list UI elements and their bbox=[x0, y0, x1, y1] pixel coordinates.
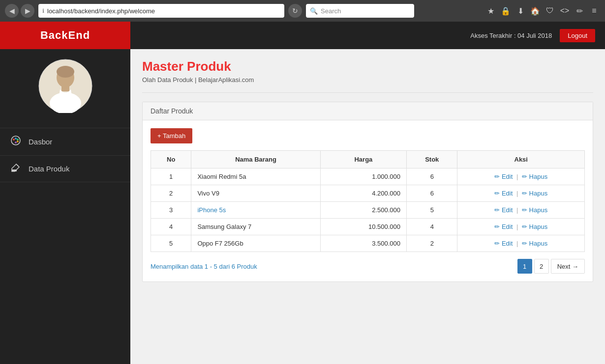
cell-harga: 3.500.000 bbox=[320, 235, 406, 252]
page-button-2[interactable]: 2 bbox=[534, 259, 549, 274]
cell-aksi: ✏ Edit | ✏ Hapus bbox=[457, 202, 585, 219]
cell-aksi: ✏ Edit | ✏ Hapus bbox=[457, 219, 585, 235]
cell-aksi: ✏ Edit | ✏ Hapus bbox=[457, 235, 585, 252]
hapus-button[interactable]: Hapus bbox=[529, 206, 548, 214]
logout-button[interactable]: Logout bbox=[560, 29, 595, 42]
bookmark-icon[interactable]: ★ bbox=[485, 5, 497, 17]
download-icon[interactable]: ⬇ bbox=[514, 5, 526, 17]
card-body: + Tambah No Nama Barang Harga Stok Aksi bbox=[143, 120, 593, 281]
sidebar-item-data-produk[interactable]: Data Produk bbox=[0, 155, 130, 182]
menu-icon[interactable]: ≡ bbox=[588, 5, 600, 17]
dasbor-icon bbox=[10, 135, 22, 148]
header-right: Akses Terakhir : 04 Juli 2018 Logout bbox=[130, 29, 605, 42]
hapus-button[interactable]: Hapus bbox=[529, 223, 548, 230]
lock-icon[interactable]: 🔒 bbox=[500, 5, 512, 17]
address-text: localhost/backend/index.php/welcome bbox=[47, 7, 155, 15]
edit-pencil-icon: ✏ bbox=[494, 223, 502, 230]
browser-search-bar[interactable]: 🔍 Search bbox=[306, 4, 414, 18]
hapus-pencil-icon: ✏ bbox=[522, 240, 529, 247]
app-wrapper: BackEnd Akses Terakhir : 04 Juli 2018 Lo… bbox=[0, 22, 605, 364]
action-separator: | bbox=[514, 206, 520, 214]
pen-icon[interactable]: ✏ bbox=[574, 5, 585, 17]
cell-stok: 2 bbox=[407, 235, 457, 252]
col-header-harga: Harga bbox=[320, 151, 406, 168]
card-header: Daftar Produk bbox=[143, 102, 593, 120]
table-row: 1Xiaomi Redmi 5a1.000.0006✏ Edit | ✏ Hap… bbox=[151, 168, 585, 185]
col-header-aksi: Aksi bbox=[457, 151, 585, 168]
address-bar[interactable]: ℹ localhost/backend/index.php/welcome bbox=[38, 4, 284, 18]
edit-button[interactable]: Edit bbox=[502, 223, 513, 230]
svg-point-6 bbox=[13, 139, 15, 140]
cell-no: 5 bbox=[151, 235, 191, 252]
devtools-icon[interactable]: <> bbox=[559, 5, 571, 17]
hapus-button[interactable]: Hapus bbox=[529, 190, 548, 197]
cell-harga: 4.200.000 bbox=[320, 185, 406, 202]
shield-icon[interactable]: 🛡 bbox=[544, 5, 556, 17]
edit-button[interactable]: Edit bbox=[502, 190, 513, 197]
edit-button[interactable]: Edit bbox=[502, 240, 513, 247]
last-access-text: Akses Terakhir : 04 Juli 2018 bbox=[470, 32, 552, 39]
cell-no: 4 bbox=[151, 219, 191, 235]
col-header-stok: Stok bbox=[407, 151, 457, 168]
page-button-1[interactable]: 1 bbox=[517, 259, 532, 274]
cell-nama[interactable]: iPhone 5s bbox=[191, 202, 320, 219]
page-title: Master Produk bbox=[142, 59, 593, 74]
add-product-button[interactable]: + Tambah bbox=[151, 128, 192, 143]
hapus-button[interactable]: Hapus bbox=[529, 240, 548, 247]
cell-aksi: ✏ Edit | ✏ Hapus bbox=[457, 168, 585, 185]
sidebar-item-data-produk-label: Data Produk bbox=[29, 165, 69, 173]
pagination-area: Menampilkan data 1 - 5 dari 6 Produk 1 2… bbox=[151, 259, 585, 274]
sidebar-item-dasbor-label: Dasbor bbox=[29, 138, 52, 146]
cell-stok: 6 bbox=[407, 168, 457, 185]
reload-button[interactable]: ↻ bbox=[288, 4, 302, 18]
cell-no: 2 bbox=[151, 185, 191, 202]
edit-icon bbox=[10, 163, 22, 175]
cell-harga: 2.500.000 bbox=[320, 202, 406, 219]
pagination-controls: 1 2 Next → bbox=[517, 259, 585, 274]
sidebar-nav: Dasbor Data Produk bbox=[0, 128, 130, 182]
product-table: No Nama Barang Harga Stok Aksi 1Xiaomi R… bbox=[151, 150, 585, 252]
hapus-pencil-icon: ✏ bbox=[522, 190, 529, 197]
cell-stok: 6 bbox=[407, 185, 457, 202]
divider bbox=[142, 92, 593, 93]
cell-stok: 4 bbox=[407, 219, 457, 235]
edit-pencil-icon: ✏ bbox=[494, 206, 502, 214]
edit-button[interactable]: Edit bbox=[502, 206, 513, 214]
svg-point-7 bbox=[15, 138, 17, 140]
body-layout: Dasbor Data Produk Master Produk Ol bbox=[0, 49, 605, 364]
action-separator: | bbox=[514, 223, 520, 230]
next-page-button[interactable]: Next → bbox=[551, 259, 585, 274]
brand-logo: BackEnd bbox=[0, 22, 130, 49]
cell-nama: Oppo F7 256Gb bbox=[191, 235, 320, 252]
main-content: Master Produk Olah Data Produk | Belajar… bbox=[130, 49, 605, 364]
action-separator: | bbox=[514, 173, 520, 180]
sidebar: Dasbor Data Produk bbox=[0, 49, 130, 364]
hapus-button[interactable]: Hapus bbox=[529, 173, 548, 180]
pagination-info: Menampilkan data 1 - 5 dari 6 Produk bbox=[151, 263, 257, 270]
sidebar-item-dasbor[interactable]: Dasbor bbox=[0, 128, 130, 155]
address-icon: ℹ bbox=[42, 8, 44, 14]
svg-point-8 bbox=[17, 139, 19, 140]
back-button[interactable]: ◀ bbox=[5, 4, 19, 18]
search-icon: 🔍 bbox=[310, 7, 318, 15]
svg-point-5 bbox=[11, 136, 20, 145]
hapus-pencil-icon: ✏ bbox=[522, 206, 529, 214]
svg-point-10 bbox=[15, 141, 17, 143]
forward-button[interactable]: ▶ bbox=[21, 4, 34, 18]
action-separator: | bbox=[514, 240, 520, 247]
brand-name: BackEnd bbox=[40, 29, 90, 42]
cell-no: 1 bbox=[151, 168, 191, 185]
table-row: 2Vivo V94.200.0006✏ Edit | ✏ Hapus bbox=[151, 185, 585, 202]
edit-pencil-icon: ✏ bbox=[494, 240, 502, 247]
edit-button[interactable]: Edit bbox=[502, 173, 513, 180]
avatar bbox=[38, 59, 92, 113]
product-name-link[interactable]: iPhone 5s bbox=[197, 206, 226, 214]
cell-no: 3 bbox=[151, 202, 191, 219]
cell-harga: 1.000.000 bbox=[320, 168, 406, 185]
home-icon[interactable]: 🏠 bbox=[529, 5, 541, 17]
cell-aksi: ✏ Edit | ✏ Hapus bbox=[457, 185, 585, 202]
cell-nama: Xiaomi Redmi 5a bbox=[191, 168, 320, 185]
edit-pencil-icon: ✏ bbox=[494, 190, 502, 197]
cell-nama: Samsung Galaxy 7 bbox=[191, 219, 320, 235]
action-separator: | bbox=[514, 190, 520, 197]
